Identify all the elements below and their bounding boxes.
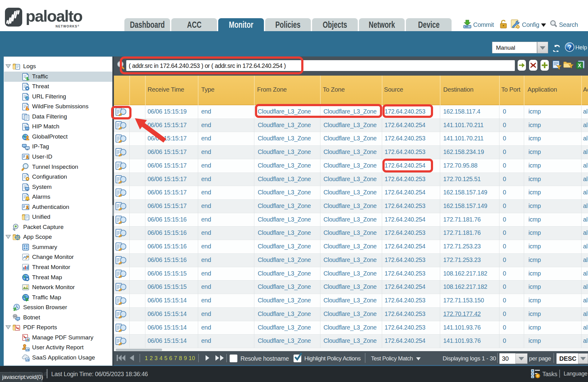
svg-text:?: ? [568,44,571,51]
svg-text:X: X [578,63,581,68]
